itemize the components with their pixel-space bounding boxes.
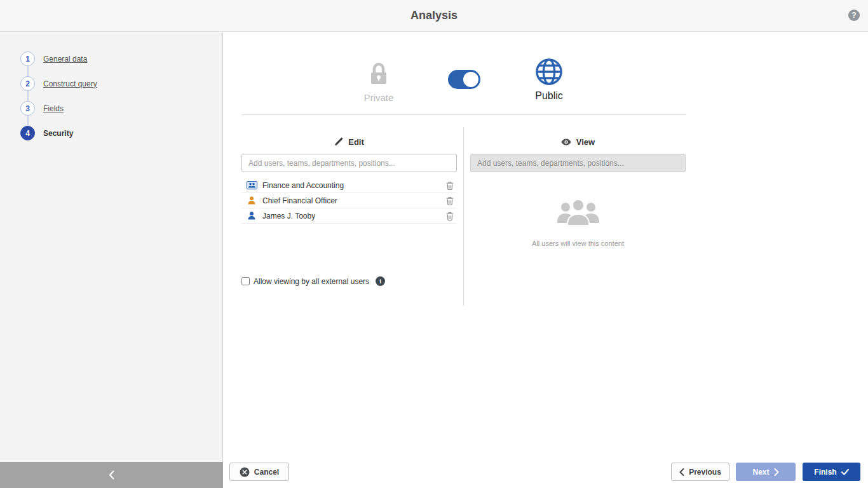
- sidebar-step-security[interactable]: 4 Security: [0, 121, 222, 146]
- edit-members-input[interactable]: [241, 154, 457, 172]
- finish-button[interactable]: Finish: [803, 463, 860, 481]
- help-icon[interactable]: ?: [848, 10, 860, 21]
- step-number-badge: 4: [20, 126, 35, 140]
- view-members-input: [470, 154, 686, 172]
- lock-icon: [368, 61, 390, 86]
- horizontal-divider: [241, 114, 686, 115]
- step-label-fields[interactable]: Fields: [43, 104, 64, 113]
- info-icon[interactable]: i: [376, 276, 385, 286]
- eye-icon: [561, 139, 571, 146]
- step-label-security: Security: [43, 129, 73, 138]
- edit-members-list: Finance and Accounting: [241, 178, 457, 224]
- entry-name: Chief Financial Officer: [262, 196, 445, 205]
- next-button[interactable]: Next: [736, 463, 796, 481]
- entry-name: Finance and Accounting: [262, 181, 445, 190]
- main-content: Private Public Edit: [223, 32, 868, 488]
- external-users-label: Allow viewing by all external users: [254, 277, 369, 286]
- trash-icon: [446, 181, 454, 190]
- toggle-knob: [463, 72, 478, 87]
- view-empty-state: All users will view this content: [470, 198, 686, 247]
- delete-entry-button[interactable]: [445, 180, 455, 191]
- step-number-badge: 1: [20, 51, 35, 66]
- cancel-button-label: Cancel: [254, 468, 279, 477]
- chevron-left-icon: [109, 470, 114, 480]
- list-item[interactable]: James J. Tooby: [241, 208, 457, 224]
- sidebar-step-construct-query[interactable]: 2 Construct query: [0, 71, 222, 96]
- vertical-divider: [463, 127, 464, 306]
- edit-panel-header: Edit: [241, 135, 457, 148]
- privacy-public-option[interactable]: Public: [529, 58, 569, 102]
- sidebar-collapse-button[interactable]: [0, 462, 223, 488]
- next-button-label: Next: [752, 468, 769, 477]
- chevron-left-icon: [679, 468, 684, 476]
- sidebar: 1 General data 2 Construct query 3 Field…: [0, 32, 223, 488]
- delete-entry-button[interactable]: [445, 196, 455, 206]
- chevron-right-icon: [774, 468, 779, 476]
- view-panel-title: View: [576, 137, 595, 147]
- pencil-icon: [334, 137, 343, 146]
- globe-icon: [535, 58, 563, 86]
- check-icon: [841, 469, 849, 475]
- finish-button-label: Finish: [814, 468, 836, 477]
- trash-icon: [446, 212, 454, 220]
- user-icon: [246, 212, 257, 220]
- cancel-circle-icon: [240, 467, 250, 477]
- step-label-construct-query[interactable]: Construct query: [43, 79, 97, 88]
- edit-panel-title: Edit: [348, 137, 364, 147]
- view-panel-header: View: [470, 135, 686, 148]
- analysis-wizard: Analysis ? 1 General data 2 Construct qu…: [0, 0, 868, 488]
- wizard-steps: 1 General data 2 Construct query 3 Field…: [0, 32, 222, 146]
- page-title: Analysis: [410, 9, 458, 22]
- privacy-toggle[interactable]: [448, 70, 480, 89]
- sidebar-step-general-data[interactable]: 1 General data: [0, 46, 222, 71]
- department-icon: [246, 181, 257, 189]
- users-group-icon: [555, 198, 601, 227]
- previous-button[interactable]: Previous: [671, 463, 729, 481]
- cancel-button[interactable]: Cancel: [229, 463, 289, 481]
- header: Analysis ?: [0, 0, 868, 32]
- entry-name: James J. Tooby: [262, 212, 445, 220]
- privacy-private-option[interactable]: Private: [358, 61, 399, 103]
- list-item[interactable]: Chief Financial Officer: [241, 193, 457, 208]
- view-empty-text: All users will view this content: [470, 240, 686, 247]
- trash-icon: [446, 196, 454, 205]
- external-users-row[interactable]: Allow viewing by all external users i: [241, 276, 385, 286]
- step-number-badge: 2: [20, 76, 35, 91]
- step-number-badge: 3: [20, 101, 35, 116]
- sidebar-step-fields[interactable]: 3 Fields: [0, 96, 222, 121]
- external-users-checkbox[interactable]: [241, 277, 250, 285]
- private-label: Private: [358, 92, 399, 103]
- position-icon: [246, 196, 257, 205]
- list-item[interactable]: Finance and Accounting: [241, 178, 457, 193]
- previous-button-label: Previous: [689, 468, 721, 477]
- public-label: Public: [529, 90, 569, 102]
- delete-entry-button[interactable]: [445, 211, 455, 221]
- step-label-general-data[interactable]: General data: [43, 55, 87, 64]
